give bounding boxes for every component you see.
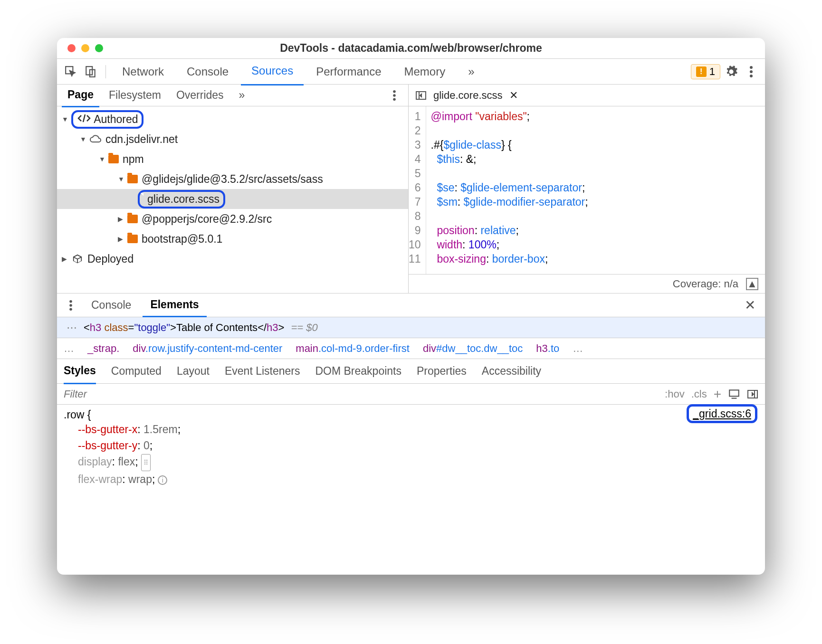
window-title: DevTools - datacadamia.com/web/browser/c…	[57, 42, 765, 55]
source-link[interactable]: _grid.scss:6	[687, 407, 757, 420]
nav-tab-filesystem[interactable]: Filesystem	[103, 84, 167, 106]
drawer-tab-console[interactable]: Console	[84, 294, 139, 316]
svg-point-11	[69, 304, 72, 307]
style-tab-styles[interactable]: Styles	[64, 359, 96, 384]
editor-tab-label[interactable]: glide.core.scss	[433, 89, 503, 102]
kebab-icon[interactable]	[385, 86, 403, 104]
warning-icon: !	[696, 66, 707, 77]
tree-label: Deployed	[87, 253, 134, 265]
svg-point-4	[750, 70, 753, 73]
code-icon	[77, 114, 91, 123]
tab-console[interactable]: Console	[176, 58, 239, 85]
elements-selected-node[interactable]: ⋯ <h3 class="toggle">Table of Contents</…	[57, 317, 765, 338]
tree-deployed[interactable]: ▶ Deployed	[57, 249, 408, 269]
styles-filter-bar: :hov .cls +	[57, 384, 765, 405]
filter-input[interactable]	[64, 388, 658, 400]
css-rule: _grid.scss:6 .row { --bs-gutter-x: 1.5re…	[57, 405, 765, 487]
breadcrumb[interactable]: … _strap. div.row.justify-content-md-cen…	[57, 338, 765, 359]
computed-icon[interactable]	[728, 389, 740, 399]
rule-selector[interactable]: .row {	[64, 408, 758, 421]
nav-tab-page[interactable]: Page	[62, 84, 99, 107]
drawer-tabs: Console Elements ✕	[57, 294, 765, 317]
close-icon[interactable]: ✕	[509, 89, 518, 102]
kebab-icon[interactable]	[62, 296, 80, 314]
tab-sources[interactable]: Sources	[241, 57, 304, 85]
chevron-right-icon: ▶	[62, 255, 68, 263]
chevron-down-icon: ▼	[62, 115, 68, 123]
style-tab-computed[interactable]: Computed	[111, 365, 162, 378]
tab-memory[interactable]: Memory	[394, 58, 456, 85]
tree-npm[interactable]: ▼ npm	[57, 149, 408, 169]
tree-popper[interactable]: ▶ @popperjs/core@2.9.2/src	[57, 209, 408, 229]
tab-more[interactable]: »	[458, 58, 485, 85]
box-icon	[71, 254, 84, 264]
folder-icon	[108, 155, 119, 163]
tree-label: @glidejs/glide@3.5.2/src/assets/sass	[142, 173, 323, 186]
highlight-capsule: Authored	[71, 110, 143, 129]
devtools-window: DevTools - datacadamia.com/web/browser/c…	[57, 38, 765, 575]
folder-icon	[127, 175, 138, 183]
nav-tab-overrides[interactable]: Overrides	[171, 84, 229, 106]
file-tree: ▼ Authored ▼ cdn.jsdelivr.net ▼ npm	[57, 106, 408, 293]
style-tab-event[interactable]: Event Listeners	[225, 365, 300, 378]
cls-button[interactable]: .cls	[691, 388, 707, 400]
nav-tab-more[interactable]: »	[233, 84, 251, 106]
svg-point-12	[69, 308, 72, 311]
ellipsis-icon: ⋯	[67, 322, 77, 334]
style-tab-dom[interactable]: DOM Breakpoints	[315, 365, 401, 378]
collapse-icon[interactable]: ▲	[746, 278, 758, 290]
chevron-right-icon: ▶	[118, 215, 124, 223]
sources-panel: Page Filesystem Overrides » ▼ Authored ▼	[57, 85, 765, 294]
chevron-right-icon: ▶	[118, 235, 124, 243]
plus-icon[interactable]: +	[714, 387, 721, 402]
tree-label: bootstrap@5.0.1	[142, 233, 222, 246]
hov-button[interactable]: :hov	[665, 388, 685, 400]
panel-toggle-icon[interactable]	[415, 91, 427, 100]
selected-indicator: == $0	[291, 322, 317, 334]
line-gutter: 1234567891011	[409, 106, 426, 274]
separator	[105, 65, 106, 78]
tree-glide-file[interactable]: glide.core.scss	[57, 189, 408, 209]
svg-rect-13	[729, 390, 739, 396]
chevron-down-icon: ▼	[118, 175, 124, 183]
svg-point-10	[69, 300, 72, 303]
close-icon[interactable]: ✕	[740, 297, 760, 313]
style-tab-props[interactable]: Properties	[417, 365, 467, 378]
svg-point-3	[750, 66, 753, 69]
code-editor[interactable]: 1234567891011 @import "variables";.#{$gl…	[409, 106, 765, 274]
kebab-icon[interactable]	[742, 63, 760, 81]
folder-icon	[127, 235, 138, 243]
folder-icon	[127, 215, 138, 223]
issues-badge[interactable]: ! 1	[691, 64, 720, 79]
tree-label: Authored	[94, 113, 138, 125]
tab-network[interactable]: Network	[112, 58, 174, 85]
inspect-icon[interactable]	[62, 63, 80, 81]
device-icon[interactable]	[82, 63, 100, 81]
tree-glide-path[interactable]: ▼ @glidejs/glide@3.5.2/src/assets/sass	[57, 169, 408, 189]
navigator-tabs: Page Filesystem Overrides »	[57, 85, 408, 106]
tree-authored[interactable]: ▼ Authored	[57, 109, 408, 129]
highlight-capsule: glide.core.scss	[138, 190, 225, 208]
badge-count: 1	[709, 66, 715, 78]
tab-performance[interactable]: Performance	[306, 58, 392, 85]
style-tab-layout[interactable]: Layout	[177, 365, 210, 378]
cloud-icon	[89, 134, 102, 144]
coverage-label: Coverage: n/a	[673, 278, 738, 290]
panel-toggle-icon[interactable]	[747, 389, 758, 399]
top-toolbar: Network Console Sources Performance Memo…	[57, 59, 765, 85]
chevron-down-icon: ▼	[99, 155, 105, 163]
tree-domain[interactable]: ▼ cdn.jsdelivr.net	[57, 129, 408, 149]
chevron-down-icon: ▼	[80, 135, 86, 143]
gear-icon[interactable]	[722, 63, 740, 81]
editor-pane: glide.core.scss ✕ 1234567891011 @import …	[409, 85, 765, 293]
drawer-tab-elements[interactable]: Elements	[143, 294, 206, 317]
editor-tabs: glide.core.scss ✕	[409, 85, 765, 106]
tree-label: @popperjs/core@2.9.2/src	[142, 213, 272, 226]
tree-bootstrap[interactable]: ▶ bootstrap@5.0.1	[57, 229, 408, 249]
coverage-bar: Coverage: n/a ▲	[409, 274, 765, 293]
tree-label: npm	[123, 153, 144, 166]
navigator-pane: Page Filesystem Overrides » ▼ Authored ▼	[57, 85, 409, 293]
code-content: @import "variables";.#{$glide-class} { $…	[426, 106, 588, 274]
style-tabs: Styles Computed Layout Event Listeners D…	[57, 359, 765, 384]
style-tab-a11y[interactable]: Accessibility	[482, 365, 541, 378]
